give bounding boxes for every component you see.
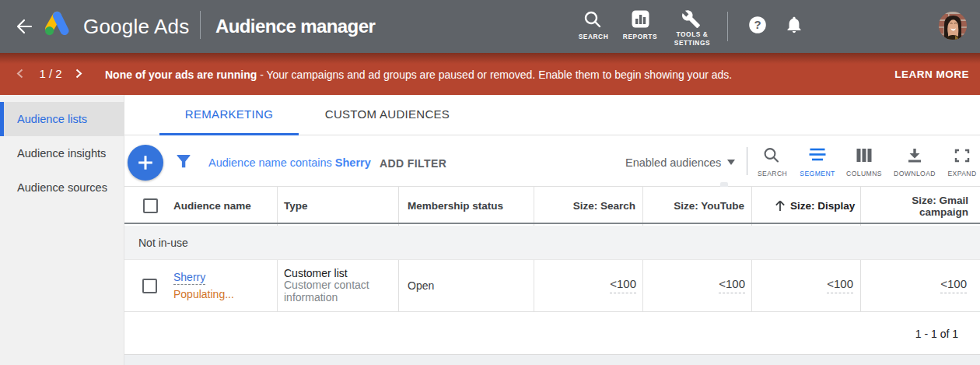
svg-text:?: ? [754,18,761,31]
